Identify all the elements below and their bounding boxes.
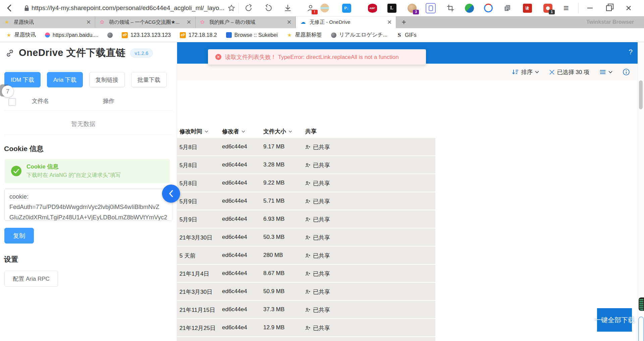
file-size-column-header[interactable]: 文件大小: [263, 128, 292, 135]
file-row[interactable]: 5 天前 ed6c44e4 280 MB 已共享: [177, 247, 435, 264]
filename-column-header[interactable]: 文件名: [32, 97, 49, 105]
file-row[interactable]: 21年12月25日 ed6c44e4 12.9 MB 已共享: [177, 319, 435, 336]
close-button[interactable]: ×: [623, 3, 634, 13]
error-icon: ✕: [215, 54, 221, 60]
copy-link-button[interactable]: 复制链接: [89, 72, 125, 87]
browser-toolbar: https://ly4-my.sharepoint.com/personal/e…: [0, 0, 644, 16]
copy-cookie-button[interactable]: 复制: [4, 228, 34, 244]
configure-aria-rpc-button[interactable]: 配置 Aria RPC: [4, 271, 58, 287]
file-row[interactable]: 21年11月15日 ed6c44e4 37.3 MB 已共享: [177, 301, 435, 318]
chat-extension-icon[interactable]: 1: [543, 3, 553, 13]
bookmark-item[interactable]: ★ 星愿快讯: [6, 31, 36, 39]
panel-collapse-button[interactable]: [162, 185, 180, 203]
file-row[interactable]: 21年3月30日 ed6c44e4 50.9 MB 已共享: [177, 283, 435, 300]
notification-count-badge[interactable]: 7: [2, 85, 14, 97]
chevron-down-icon: [535, 71, 539, 73]
share-label: 已共享: [313, 270, 330, 278]
page-scrollbar[interactable]: [638, 42, 644, 341]
modified-by: ed6c44e4: [222, 180, 247, 186]
cookie-textarea[interactable]: cookie: FedAuth=77u/PD94bWwgdmVyc2lvbj0i…: [4, 189, 172, 221]
scrollbar-thumb[interactable]: [639, 80, 643, 109]
tab-close-icon[interactable]: ✕: [186, 19, 192, 26]
file-row[interactable]: 21年3月30日 ed6c44e4 50.3 MB 已共享: [177, 228, 435, 246]
toolbar-divider-2: [578, 3, 579, 13]
tampermonkey-extension-icon[interactable]: 3: [407, 3, 417, 13]
new-tab-button[interactable]: +: [396, 16, 412, 28]
tab-close-icon[interactable]: ✕: [386, 19, 392, 26]
chevron-down-icon: [241, 130, 245, 133]
minimize-button[interactable]: [584, 3, 596, 13]
idm-floating-widget[interactable]: [639, 297, 644, 311]
bookmark-item[interactable]: eP 172.18.18.2: [180, 32, 217, 38]
adblock-extension-icon[interactable]: ABP: [367, 3, 377, 13]
clear-selection-button[interactable]: 已选择 30 项: [549, 68, 589, 76]
bookmark-favicon-icon: [45, 32, 50, 38]
modified-date: 21年11月15日: [179, 306, 215, 314]
sort-button[interactable]: 排序: [512, 68, 539, 76]
idm-extension-icon[interactable]: [464, 3, 474, 13]
refresh-button[interactable]: [244, 3, 254, 13]
modified-date: 21年1月4日: [179, 270, 209, 278]
idm-download-button[interactable]: IDM 下载: [4, 72, 41, 87]
file-row[interactable]: 5月8日 ed6c44e4 9.22 MB 已共享: [177, 174, 435, 192]
bookmark-item[interactable]: S GIFs: [396, 32, 417, 38]
action-column-header[interactable]: 操作: [103, 97, 114, 105]
bookmark-item[interactable]: Browse :: Sukebei: [226, 32, 278, 38]
browser-tab[interactable]: ✿ 萌の领域 – 一个ACG交流圈★... ✕: [95, 16, 196, 28]
select-all-checkbox[interactable]: [8, 98, 16, 106]
share-status: 已共享: [305, 180, 330, 187]
address-bar[interactable]: https://ly4-my.sharepoint.com/personal/e…: [32, 0, 225, 16]
file-row[interactable]: 5月9日 ed6c44e4 5.71 MB 已共享: [177, 192, 435, 210]
download-button[interactable]: [283, 3, 293, 13]
browser-tab[interactable]: ✿ 我的账户 – 萌の领域 ✕: [196, 16, 296, 28]
pan-download-extension-icon[interactable]: P↓: [341, 3, 352, 13]
browser-tab[interactable]: ☁ 无修正 - OneDrive ✕: [296, 16, 396, 28]
table-divider-top: [4, 110, 172, 111]
download-all-button[interactable]: 一键全部下载: [597, 308, 632, 332]
file-row[interactable]: 21年1月4日 ed6c44e4 8.67 MB 已共享: [177, 265, 435, 282]
restore-button[interactable]: [603, 3, 614, 13]
modified-column-header[interactable]: 修改时间: [179, 128, 208, 135]
l-extension-icon[interactable]: L: [387, 3, 397, 13]
file-row[interactable]: 5月9日 ed6c44e4 6.93 MB 已共享: [177, 210, 435, 228]
file-row[interactable]: 5月8日 ed6c44e4 9.17 MB 已共享: [177, 138, 435, 155]
info-button[interactable]: [623, 68, 630, 76]
file-row[interactable]: 5月8日 ed6c44e4 3.28 MB 已共享: [177, 156, 435, 174]
bookmark-item[interactable]: ★ 星愿新标签: [287, 31, 322, 39]
bookmark-star-icon[interactable]: [226, 3, 236, 13]
share-label: 已共享: [313, 161, 330, 169]
screenshot-extension-icon[interactable]: [445, 3, 455, 13]
avatar[interactable]: [320, 3, 330, 13]
bookmark-item[interactable]: https://pan.baidu....: [45, 32, 98, 38]
history-button[interactable]: [264, 3, 274, 13]
tab-close-icon[interactable]: ✕: [86, 19, 92, 26]
bookmark-item[interactable]: eP 123.123.123.123: [122, 32, 171, 38]
tab-close-icon[interactable]: ✕: [286, 19, 292, 26]
file-row-partial[interactable]: [177, 337, 435, 341]
bookmarks-bar: ★ 星愿快讯 https://pan.baidu.... eP 123.123.…: [0, 28, 644, 42]
browser-tab[interactable]: ★ 星愿快讯 ✕: [0, 16, 95, 28]
sharing-column-header[interactable]: 共享: [305, 128, 317, 135]
table-divider-bottom: [4, 135, 172, 135]
bookmark-item[interactable]: リアルエロゲシチ...: [331, 31, 387, 39]
aria-download-button[interactable]: Aria 下载: [47, 72, 83, 87]
scrollbar-bottom-thumb[interactable]: [638, 317, 644, 341]
file-size: 12.9 MB: [263, 324, 284, 331]
menu-button[interactable]: ≡: [561, 3, 571, 13]
help-button[interactable]: ?: [629, 48, 633, 56]
account-button[interactable]: !: [306, 3, 316, 13]
modified-by: ed6c44e4: [222, 288, 247, 295]
clipboard-extension-icon[interactable]: [426, 3, 436, 13]
onetab-extension-icon[interactable]: [483, 3, 493, 13]
reader-extension-icon[interactable]: 读: [522, 3, 532, 13]
onedrive-content: ✕ 读取文件列表失败！ TypeError: directLink.replac…: [177, 42, 638, 341]
bookmark-item[interactable]: [107, 32, 113, 38]
back-button[interactable]: [4, 3, 14, 13]
view-options-button[interactable]: [599, 69, 612, 75]
tab-title: 萌の领域 – 一个ACG交流圈★...: [109, 19, 184, 25]
share-status: 已共享: [305, 252, 330, 260]
modified-by-column-header[interactable]: 修改者: [222, 128, 245, 135]
batch-download-button[interactable]: 批量下载: [131, 72, 167, 87]
bookmark-favicon-icon: [331, 32, 336, 38]
copy-page-extension-icon[interactable]: [502, 3, 513, 13]
